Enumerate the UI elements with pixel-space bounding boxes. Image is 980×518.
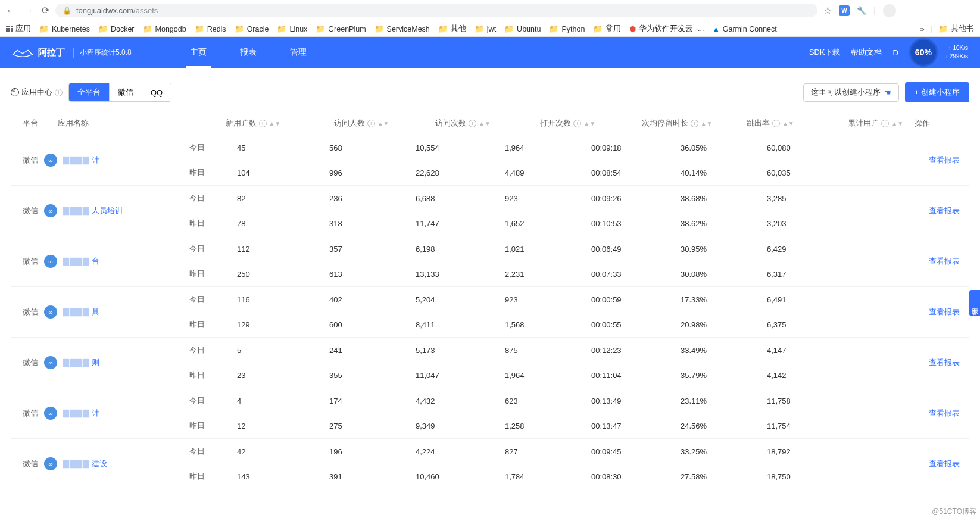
bookmark-item[interactable]: 📁Kubernetes: [39, 24, 90, 33]
create-hint: 这里可以创建小程序 ☚: [803, 83, 899, 102]
app-name[interactable]: ▇▇▇▇ 人员培训: [63, 205, 123, 216]
filter-wechat[interactable]: 微信: [110, 83, 142, 101]
th-bounce[interactable]: 跳出率: [747, 118, 770, 129]
app-name[interactable]: ▇▇▇▇ 台: [63, 256, 99, 267]
bookmarks-overflow-icon[interactable]: »: [920, 24, 924, 33]
bookmark-item[interactable]: 📁常用: [593, 24, 621, 34]
view-report-link[interactable]: 查看报表: [919, 439, 969, 489]
sort-icon[interactable]: ▲▼: [891, 122, 903, 125]
sort-icon[interactable]: ▲▼: [479, 122, 491, 125]
metric-visitors: 357: [329, 245, 416, 254]
app-name[interactable]: ▇▇▇▇ 计: [63, 408, 99, 419]
info-icon[interactable]: i: [573, 120, 581, 127]
metric-duration: 00:09:45: [591, 447, 681, 456]
url-bar[interactable]: 🔒 tongji.aldwx.com/assets: [55, 4, 817, 17]
nav-tab-home[interactable]: 主页: [173, 37, 223, 68]
th-platform: 平台: [23, 118, 38, 127]
filter-qq[interactable]: QQ: [142, 83, 171, 101]
miniapp-icon: ∞: [44, 154, 57, 167]
sort-icon[interactable]: ▲▼: [269, 122, 281, 125]
info-icon[interactable]: i: [691, 120, 698, 127]
view-report-link[interactable]: 查看报表: [919, 287, 969, 337]
view-report-link[interactable]: 查看报表: [919, 236, 969, 286]
folder-icon: 📁: [593, 24, 603, 33]
forward-icon[interactable]: →: [24, 5, 33, 16]
apps-button[interactable]: 应用: [6, 24, 31, 34]
metric-duration: 00:11:04: [591, 371, 681, 380]
arrow-up-icon: ↑: [948, 44, 951, 52]
miniapp-icon: [11, 88, 19, 96]
app-name[interactable]: ▇▇▇▇ 则: [63, 357, 99, 368]
bookmark-item[interactable]: 📁jwt: [475, 24, 496, 33]
back-icon[interactable]: ←: [6, 5, 15, 16]
brand-name: 阿拉丁: [38, 47, 65, 58]
view-report-link[interactable]: 查看报表: [919, 186, 969, 236]
app-name[interactable]: ▇▇▇▇ 建设: [63, 458, 107, 469]
reload-icon[interactable]: ⟳: [42, 5, 49, 16]
metric-visitors: 318: [329, 219, 416, 228]
metric-opens: 1,258: [505, 422, 591, 430]
info-icon[interactable]: i: [881, 120, 889, 127]
metric-duration: 00:10:53: [591, 219, 681, 228]
nav-tab-manage[interactable]: 管理: [273, 37, 323, 68]
bookmark-item[interactable]: 📁Oracle: [235, 24, 269, 33]
info-icon[interactable]: i: [259, 120, 267, 127]
profile-divider: |: [873, 5, 876, 16]
info-icon[interactable]: i: [469, 120, 476, 127]
info-icon[interactable]: i: [367, 120, 375, 127]
bookmark-item[interactable]: 📁ServiceMesh: [374, 24, 430, 33]
bookmark-item[interactable]: 📁Mongodb: [143, 24, 186, 33]
bookmark-item[interactable]: 📁Ubuntu: [504, 24, 541, 33]
view-report-link[interactable]: 查看报表: [919, 388, 969, 438]
metric-opens: 1,568: [505, 320, 591, 329]
info-icon[interactable]: i: [55, 89, 63, 96]
app-name[interactable]: ▇▇▇▇ 计: [63, 155, 99, 166]
app-name[interactable]: ▇▇▇▇ 具: [63, 307, 99, 317]
bookmark-item-other[interactable]: 📁其他书: [938, 24, 974, 34]
info-icon[interactable]: i: [772, 120, 780, 127]
support-tab[interactable]: 客服: [969, 290, 980, 316]
bookmark-item[interactable]: 📁Docker: [98, 24, 135, 33]
bookmark-item-garmin[interactable]: ▲Garmin Connect: [712, 25, 776, 33]
metric-new-users: 250: [237, 270, 329, 279]
sdk-download-link[interactable]: SDK下载: [809, 47, 841, 58]
table-row: 微信∞▇▇▇▇ 具今日1164025,20492300:00:5917.33%6…: [11, 287, 969, 338]
star-icon[interactable]: ☆: [823, 5, 832, 16]
bookmark-item[interactable]: 📁Python: [549, 24, 585, 33]
th-visitors[interactable]: 访问人数: [334, 118, 365, 129]
bookmark-item[interactable]: 📁GreenPlum: [316, 24, 366, 33]
day-label: 今日: [189, 193, 237, 204]
bookmarks-bar: 应用 📁Kubernetes📁Docker📁Mongodb📁Redis📁Orac…: [0, 21, 980, 37]
bookmark-item[interactable]: 📁Linux: [277, 24, 307, 33]
profile-avatar[interactable]: [883, 4, 896, 17]
extension-icon[interactable]: 🔧: [857, 6, 866, 15]
filter-all[interactable]: 全平台: [69, 83, 110, 101]
th-new-users[interactable]: 新用户数: [226, 118, 257, 129]
metric-duration: 00:09:18: [591, 143, 681, 152]
th-opens[interactable]: 打开次数: [540, 118, 571, 129]
sort-icon[interactable]: ▲▼: [377, 122, 389, 125]
th-duration[interactable]: 次均停留时长: [642, 118, 688, 129]
table-row: 微信∞▇▇▇▇ 人员培训今日822366,68892300:09:2638.68…: [11, 186, 969, 236]
th-total[interactable]: 累计用户: [848, 118, 879, 129]
sort-icon[interactable]: ▲▼: [583, 122, 595, 125]
help-docs-link[interactable]: 帮助文档: [851, 47, 882, 58]
bookmark-item[interactable]: 📁Redis: [195, 24, 226, 33]
bookmark-item-huawei[interactable]: ⬢华为软件开发云 -...: [629, 24, 704, 34]
sort-icon[interactable]: ▲▼: [701, 122, 713, 125]
metric-bounce: 38.68%: [681, 194, 767, 203]
sort-icon[interactable]: ▲▼: [782, 122, 794, 125]
extension-badge[interactable]: W: [839, 5, 850, 16]
nav-tab-report[interactable]: 报表: [223, 37, 273, 68]
arrow-down-icon: ↓: [945, 52, 948, 61]
view-report-link[interactable]: 查看报表: [919, 338, 969, 388]
header-d-label[interactable]: D: [892, 48, 898, 57]
th-visits[interactable]: 访问次数: [435, 118, 466, 129]
logo-area[interactable]: 阿拉丁 小程序统计5.0.8: [12, 47, 132, 58]
create-miniapp-button[interactable]: + 创建小程序: [905, 82, 969, 102]
metric-total: 60,035: [767, 168, 823, 177]
app-center-label[interactable]: 应用中心 i: [11, 87, 63, 98]
view-report-link[interactable]: 查看报表: [919, 135, 969, 185]
metric-opens: 2,231: [505, 270, 591, 279]
bookmark-item[interactable]: 📁其他: [438, 24, 466, 34]
